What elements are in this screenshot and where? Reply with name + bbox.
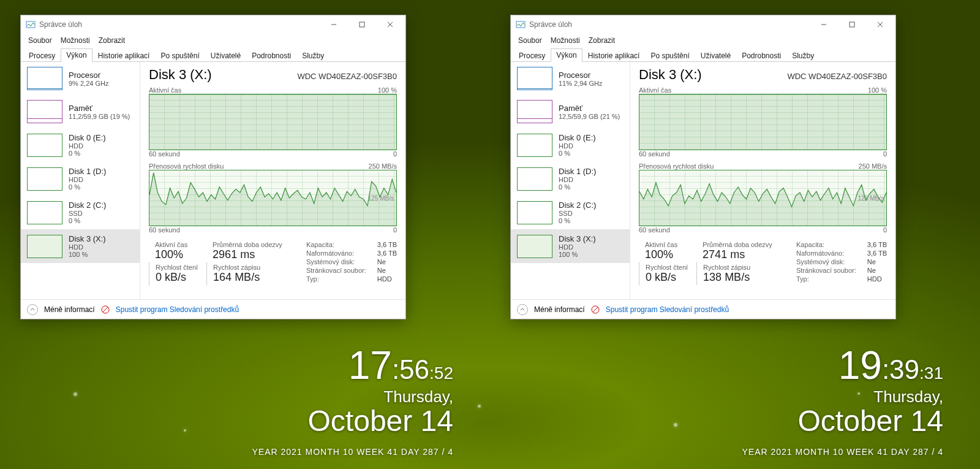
open-resmon-link[interactable]: Spustit program Sledování prostředků: [116, 305, 239, 314]
stat-write-speed: 164 MB/s: [213, 271, 282, 284]
tab-processes[interactable]: Procesy: [513, 49, 551, 62]
tab-startup[interactable]: Po spuštění: [155, 49, 205, 62]
stat-response-time: 2741 ms: [703, 248, 772, 261]
disk-thumb-icon: [27, 201, 62, 224]
clock-widget: 17:56:52 Thursday, October 14 YEAR 2021 …: [252, 346, 454, 457]
sidebar-item-disk2[interactable]: Disk 2 (C:)SSD0 %: [21, 196, 140, 229]
task-manager-window: Správce úloh Soubor Možnosti Zobrazit Pr…: [20, 15, 406, 319]
disk-model: WDC WD40EZAZ-00SF3B0: [297, 72, 397, 81]
resmon-icon: [591, 305, 600, 314]
fewer-details-label[interactable]: Méně informací: [44, 305, 95, 314]
resmon-icon: [101, 305, 110, 314]
taskmgr-icon: [516, 20, 526, 29]
screenshot-right: Správce úloh Soubor Možnosti Zobrazit Pr…: [490, 0, 980, 469]
tab-performance[interactable]: Výkon: [61, 48, 92, 62]
perf-main: Disk 3 (X:) WDC WD40EZAZ-00SF3B0 Aktivní…: [630, 62, 895, 299]
taskmgr-icon: [26, 20, 36, 29]
sidebar-item-disk3[interactable]: Disk 3 (X:)HDD100 %: [21, 229, 140, 263]
menu-view[interactable]: Zobrazit: [95, 35, 129, 46]
disk-properties: Kapacita:3,6 TB Naformátováno:3,6 TB Sys…: [796, 240, 887, 285]
window-footer: Méně informací Spustit program Sledování…: [511, 299, 895, 319]
minimize-button[interactable]: [320, 15, 348, 34]
menu-file[interactable]: Soubor: [24, 35, 56, 46]
disk-thumb-icon: [517, 201, 552, 224]
sidebar-item-disk0[interactable]: Disk 0 (E:)HDD0 %: [21, 128, 140, 162]
memory-thumb-icon: [27, 100, 62, 123]
svg-line-13: [593, 307, 598, 312]
disk-model: WDC WD40EZAZ-00SF3B0: [787, 72, 887, 81]
tab-apphistory[interactable]: Historie aplikací: [582, 49, 646, 62]
sidebar-item-cpu[interactable]: Procesor9% 2,24 GHz: [21, 62, 140, 95]
active-time-graph[interactable]: [639, 94, 887, 150]
tab-users[interactable]: Uživatelé: [205, 49, 246, 62]
sidebar-item-memory[interactable]: Paměť12,5/59,9 GB (21 %): [511, 95, 630, 128]
close-button[interactable]: [866, 15, 894, 34]
svg-rect-2: [360, 22, 364, 27]
window-title: Správce úloh: [39, 20, 82, 29]
tab-startup[interactable]: Po spuštění: [645, 49, 695, 62]
menubar: Soubor Možnosti Zobrazit: [511, 34, 895, 47]
stat-read-speed: 0 kB/s: [646, 271, 688, 284]
menu-options[interactable]: Možnosti: [547, 35, 584, 46]
open-resmon-link[interactable]: Spustit program Sledování prostředků: [606, 305, 729, 314]
titlebar[interactable]: Správce úloh: [511, 15, 895, 34]
disk-thumb-icon: [517, 134, 552, 157]
disk-title: Disk 3 (X:): [639, 67, 702, 83]
tab-services[interactable]: Služby: [296, 49, 330, 62]
tab-performance[interactable]: Výkon: [551, 48, 582, 62]
perf-sidebar[interactable]: Procesor11% 2,94 GHz Paměť12,5/59,9 GB (…: [511, 62, 630, 299]
disk-thumb-icon: [27, 167, 62, 191]
tab-apphistory[interactable]: Historie aplikací: [92, 49, 156, 62]
perf-sidebar[interactable]: Procesor9% 2,24 GHz Paměť11,2/59,9 GB (1…: [21, 62, 140, 299]
svg-rect-9: [850, 22, 854, 27]
disk-thumb-icon: [27, 235, 62, 258]
disk-properties: Kapacita:3,6 TB Naformátováno:3,6 TB Sys…: [306, 240, 397, 285]
active-time-graph[interactable]: [149, 94, 397, 150]
close-button[interactable]: [376, 15, 404, 34]
sidebar-item-disk3[interactable]: Disk 3 (X:)HDD100 %: [511, 229, 630, 263]
maximize-button[interactable]: [348, 15, 376, 34]
disk-thumb-icon: [27, 134, 62, 157]
menu-view[interactable]: Zobrazit: [585, 35, 619, 46]
menu-options[interactable]: Možnosti: [57, 35, 94, 46]
tab-processes[interactable]: Procesy: [23, 49, 61, 62]
cpu-thumb-icon: [27, 67, 62, 90]
stat-active-time: 100%: [155, 248, 198, 261]
disk-thumb-icon: [517, 235, 552, 258]
window-title: Správce úloh: [529, 20, 572, 29]
sidebar-item-disk1[interactable]: Disk 1 (D:)HDD0 %: [511, 162, 630, 196]
window-footer: Méně informací Spustit program Sledování…: [21, 299, 405, 319]
cpu-thumb-icon: [517, 67, 552, 90]
fewer-details-toggle[interactable]: [27, 304, 38, 315]
stat-response-time: 2961 ms: [213, 248, 282, 261]
menu-file[interactable]: Soubor: [514, 35, 546, 46]
titlebar[interactable]: Správce úloh: [21, 15, 405, 34]
stat-write-speed: 138 MB/s: [703, 271, 772, 284]
sidebar-item-memory[interactable]: Paměť11,2/59,9 GB (19 %): [21, 95, 140, 128]
maximize-button[interactable]: [838, 15, 866, 34]
tab-details[interactable]: Podrobnosti: [736, 49, 786, 62]
tab-services[interactable]: Služby: [786, 49, 820, 62]
transfer-rate-graph[interactable]: 125 MB/s: [639, 170, 887, 226]
perf-main: Disk 3 (X:) WDC WD40EZAZ-00SF3B0 Aktivní…: [140, 62, 405, 299]
screenshot-left: Správce úloh Soubor Možnosti Zobrazit Pr…: [0, 0, 490, 469]
transfer-rate-graph[interactable]: 125 MB/s: [149, 170, 397, 226]
svg-line-6: [103, 307, 108, 312]
stat-active-time: 100%: [645, 248, 688, 261]
clock-widget: 19:39:31 Thursday, October 14 YEAR 2021 …: [742, 346, 944, 457]
minimize-button[interactable]: [810, 15, 838, 34]
memory-thumb-icon: [517, 100, 552, 123]
tabstrip: Procesy Výkon Historie aplikací Po spušt…: [21, 47, 405, 62]
tab-users[interactable]: Uživatelé: [695, 49, 736, 62]
sidebar-item-disk2[interactable]: Disk 2 (C:)SSD0 %: [511, 196, 630, 229]
sidebar-item-cpu[interactable]: Procesor11% 2,94 GHz: [511, 62, 630, 95]
sidebar-item-disk0[interactable]: Disk 0 (E:)HDD0 %: [511, 128, 630, 162]
fewer-details-label[interactable]: Méně informací: [534, 305, 585, 314]
stat-read-speed: 0 kB/s: [156, 271, 198, 284]
disk-thumb-icon: [517, 167, 552, 191]
fewer-details-toggle[interactable]: [517, 304, 528, 315]
tab-details[interactable]: Podrobnosti: [246, 49, 296, 62]
task-manager-window: Správce úloh Soubor Možnosti Zobrazit Pr…: [510, 15, 896, 319]
sidebar-item-disk1[interactable]: Disk 1 (D:)HDD0 %: [21, 162, 140, 196]
disk-title: Disk 3 (X:): [149, 67, 212, 83]
